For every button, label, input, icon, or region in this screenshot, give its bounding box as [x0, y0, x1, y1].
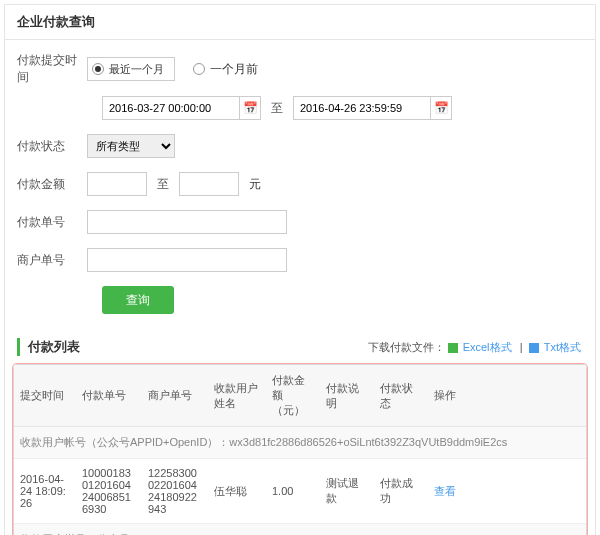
download-area: 下载付款文件： Excel格式 | Txt格式 [368, 340, 583, 355]
account-row: 收款用户帐号（公众号APPID+OpenID）：wx3d81fc2886d865… [14, 427, 586, 459]
col-op: 操作 [428, 365, 586, 427]
col-merno: 商户单号 [142, 365, 208, 427]
result-table: 提交时间 付款单号 商户单号 收款用户姓名 付款金额（元） 付款说明 付款状态 … [13, 364, 587, 535]
col-desc: 付款说明 [320, 365, 374, 427]
svg-rect-1 [529, 343, 539, 353]
download-txt-link[interactable]: Txt格式 [544, 341, 581, 353]
amount-from-input[interactable] [87, 172, 147, 196]
svg-rect-0 [448, 343, 458, 353]
view-link[interactable]: 查看 [434, 485, 456, 497]
col-time: 提交时间 [14, 365, 76, 427]
radio-recent-month[interactable]: 最近一个月 [87, 57, 175, 81]
label-payno: 付款单号 [17, 214, 87, 231]
amount-to-input[interactable] [179, 172, 239, 196]
label-status: 付款状态 [17, 138, 87, 155]
radio-before-month[interactable]: 一个月前 [193, 61, 258, 78]
download-excel-link[interactable]: Excel格式 [463, 341, 512, 353]
to-separator: 至 [157, 176, 169, 193]
account-row: 收款用户帐号（公众号APPID+OpenID）：wx3d81fc2886d865… [14, 524, 586, 536]
label-merno: 商户单号 [17, 252, 87, 269]
col-payno: 付款单号 [76, 365, 142, 427]
status-select[interactable]: 所有类型 [87, 134, 175, 158]
col-status: 付款状态 [374, 365, 428, 427]
calendar-icon[interactable]: 📅 [239, 96, 261, 120]
col-amt: 付款金额（元） [266, 365, 320, 427]
col-name: 收款用户姓名 [208, 365, 266, 427]
txt-icon [529, 343, 539, 353]
list-title: 付款列表 [17, 338, 80, 356]
date-to-input[interactable] [293, 96, 431, 120]
payno-input[interactable] [87, 210, 287, 234]
label-amount: 付款金额 [17, 176, 87, 193]
yuan-label: 元 [249, 176, 261, 193]
date-from-input[interactable] [102, 96, 240, 120]
query-button[interactable]: 查询 [102, 286, 174, 314]
label-time: 付款提交时间 [17, 52, 87, 86]
table-row: 2016-04-24 18:09:26 10000183012016042400… [14, 459, 586, 524]
to-separator: 至 [271, 100, 283, 117]
calendar-icon[interactable]: 📅 [430, 96, 452, 120]
excel-icon [448, 343, 458, 353]
page-title: 企业付款查询 [5, 5, 595, 40]
query-form: 付款提交时间 最近一个月 一个月前 📅 至 📅 付款状态 所有类型 付款金额 至… [5, 40, 595, 330]
merno-input[interactable] [87, 248, 287, 272]
